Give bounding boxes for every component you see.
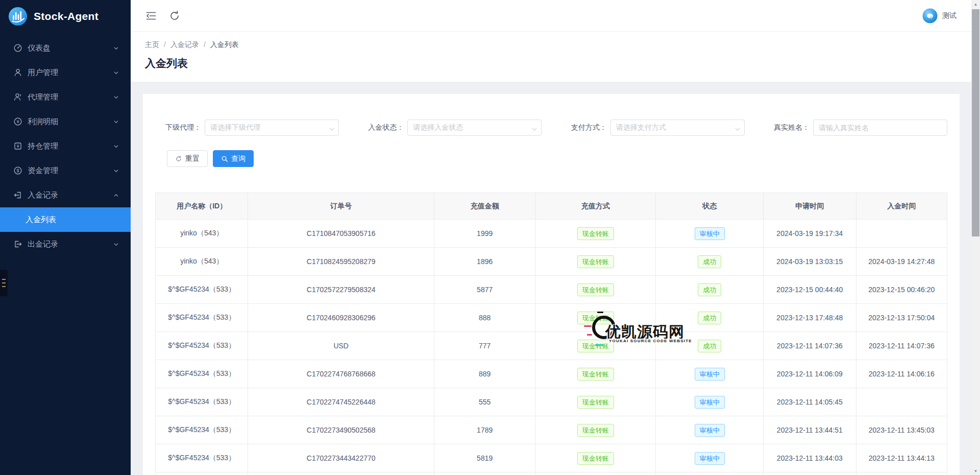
- cell-deposit-time: [856, 472, 947, 475]
- cell-apply-time: 2024-03-19 19:17:34: [764, 220, 856, 248]
- cell-amount: 1789: [434, 416, 535, 444]
- funds-icon: [13, 166, 22, 175]
- sidebar-item-label: 持仓管理: [28, 141, 113, 151]
- cell-order: C1702572279508324: [248, 276, 434, 304]
- cell-status: 成功: [656, 248, 764, 276]
- main-area: 测试 主页 / 入金记录 / 入金列表 入金列表 下级代理： 请选择下级代理 入…: [131, 0, 980, 475]
- cell-order: C1702274768768668: [248, 360, 434, 388]
- profit-icon: [13, 117, 22, 126]
- breadcrumb: 主页 / 入金记录 / 入金列表: [145, 40, 966, 50]
- filter-label: 入金状态：: [358, 123, 404, 132]
- chevron-down-icon: [113, 143, 119, 150]
- cell-method: 现金转账: [535, 360, 656, 388]
- cell-method: 现金转账: [535, 388, 656, 416]
- scroll-down-icon[interactable]: ▼: [971, 467, 980, 475]
- avatar: [922, 8, 938, 23]
- status-badge: 成功: [698, 283, 721, 296]
- table-row: $^$GF45234（533）C1702460928306296888现金转账成…: [156, 304, 947, 332]
- app-logo-icon: [8, 7, 28, 26]
- cell-user: yinko（543）: [156, 220, 248, 248]
- sidebar-item-agent[interactable]: 代理管理: [0, 85, 131, 109]
- chevron-down-icon: [113, 94, 119, 101]
- filter-select-2[interactable]: 请选择支付方式: [610, 120, 745, 136]
- status-badge: 审核中: [695, 368, 725, 381]
- cell-apply-time: 2023-12-11 13:44:51: [764, 416, 856, 444]
- cell-apply-time: [764, 472, 856, 475]
- cell-apply-time: 2023-12-11 14:06:09: [764, 360, 856, 388]
- filter-select-1[interactable]: 请选择入金状态: [407, 120, 542, 136]
- cell-amount: [434, 472, 535, 475]
- deposit-table-wrap: 用户名称（ID）订单号充值金额充值方式状态申请时间入金时间 yinko（543）…: [155, 193, 947, 475]
- content-card: 下级代理： 请选择下级代理 入金状态： 请选择入金状态 支付方式： 请选择支付方…: [143, 94, 960, 475]
- status-badge: 审核中: [695, 396, 725, 409]
- reset-button[interactable]: 重置: [167, 150, 208, 167]
- real-name-input[interactable]: [819, 124, 942, 132]
- sidebar-item-position[interactable]: 持仓管理: [0, 134, 131, 158]
- filter-input-3[interactable]: [813, 120, 947, 136]
- sidebar-item-user[interactable]: 用户管理: [0, 60, 131, 85]
- chevron-down-icon: [113, 69, 119, 76]
- table-column-header: 订单号: [248, 193, 434, 220]
- cell-order: C1702460928306296: [248, 304, 434, 332]
- sidebar-item-gauge[interactable]: 仪表盘: [0, 36, 131, 60]
- search-button-label: 查询: [231, 154, 246, 163]
- cell-method: 现金转账: [535, 276, 656, 304]
- sidebar-item-deposit[interactable]: 入金记录: [0, 183, 131, 207]
- table-column-header: 充值金额: [434, 193, 535, 220]
- scroll-up-icon[interactable]: ▲: [971, 0, 980, 8]
- table-row: $^$GF45234（533）C17025722795083245877现金转账…: [156, 276, 947, 304]
- sidebar-item-withdraw[interactable]: 出金记录: [0, 232, 131, 256]
- table-row: $^$GF45234（533）USD777现金转账成功2023-12-11 14…: [156, 332, 947, 360]
- reset-button-label: 重置: [185, 154, 200, 163]
- cell-order: C1710847053905716: [248, 220, 434, 248]
- cell-user: $^$GF45234（533）: [156, 304, 248, 332]
- cell-apply-time: 2024-03-19 13:03:15: [764, 248, 856, 276]
- floating-widget-tab[interactable]: [0, 270, 8, 296]
- app-logo-row[interactable]: Stock-Agent: [0, 0, 131, 33]
- cell-method: 现金转账: [535, 248, 656, 276]
- sidebar-item-profit[interactable]: 利润明细: [0, 109, 131, 134]
- cell-deposit-time: 2023-12-13 17:50:04: [856, 304, 947, 332]
- cell-status: 审核中: [656, 220, 764, 248]
- table-body: yinko（543）C17108470539057161999现金转账审核中20…: [156, 220, 947, 475]
- cell-amount: 889: [434, 360, 535, 388]
- breadcrumb-separator: /: [164, 40, 166, 50]
- breadcrumb-deposit-records[interactable]: 入金记录: [170, 40, 199, 50]
- cell-status: 成功: [656, 304, 764, 332]
- scrollbar-thumb[interactable]: [972, 9, 979, 236]
- cell-order: C1702273443422770: [248, 444, 434, 472]
- search-button[interactable]: 查询: [213, 150, 254, 167]
- cell-amount: 5819: [434, 444, 535, 472]
- cell-user: $^$GF45234（533）: [156, 388, 248, 416]
- sidebar-item-funds[interactable]: 资金管理: [0, 158, 131, 183]
- sidebar-item-label: 代理管理: [28, 92, 113, 102]
- cell-order: C1702274745226448: [248, 388, 434, 416]
- cell-deposit-time: 2023-12-11 13:44:13: [856, 444, 947, 472]
- filter-buttons: 重置 查询: [155, 150, 947, 167]
- breadcrumb-current: 入金列表: [210, 40, 239, 50]
- sidebar-item-label: 利润明细: [28, 117, 113, 127]
- cell-status: 成功: [656, 276, 764, 304]
- filter-field: 入金状态： 请选择入金状态: [358, 120, 542, 136]
- page-scrollbar[interactable]: ▲ ▼: [971, 0, 980, 475]
- reset-icon: [175, 155, 182, 162]
- chevron-down-icon: [113, 168, 119, 174]
- user-menu[interactable]: 测试: [922, 8, 957, 23]
- sidebar-subitem-deposit-list[interactable]: 入金列表: [0, 207, 131, 232]
- cell-amount: 888: [434, 304, 535, 332]
- cell-user: $^$GF45234（533）: [156, 276, 248, 304]
- table-row: $^$GF45234（533）C1702274745226448555现金转账审…: [156, 388, 947, 416]
- table-row: $^$GF45234（533）C1702274768768668889现金转账审…: [156, 360, 947, 388]
- cell-amount: 5877: [434, 276, 535, 304]
- refresh-icon[interactable]: [168, 10, 181, 22]
- status-badge: 现金转账: [577, 368, 614, 381]
- sidebar-collapse-icon[interactable]: [145, 10, 157, 22]
- filter-label: 下级代理：: [155, 123, 201, 132]
- cell-deposit-time: 2023-12-11 13:45:03: [856, 416, 947, 444]
- cell-user: $^$GF45234（533）: [156, 332, 248, 360]
- withdraw-icon: [13, 240, 22, 249]
- table-row: yinko（543）C17108245952082791896现金转账成功202…: [156, 248, 947, 276]
- status-badge: 现金转账: [577, 283, 614, 296]
- breadcrumb-home[interactable]: 主页: [145, 40, 159, 50]
- filter-select-0[interactable]: 请选择下级代理: [205, 120, 339, 136]
